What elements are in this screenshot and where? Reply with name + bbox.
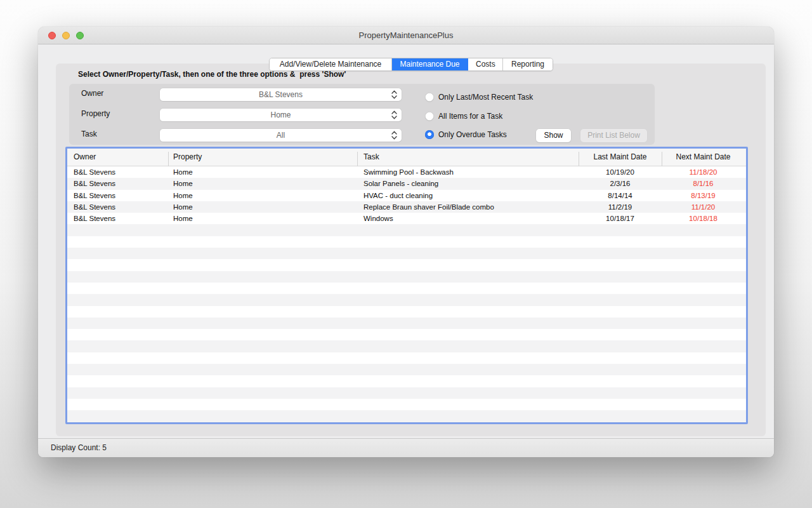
column-divider [579, 152, 579, 166]
table-row[interactable]: B&L Stevens Home Swimming Pool - Backwas… [67, 166, 746, 178]
empty-row [67, 375, 746, 387]
owner-label: Owner [81, 89, 103, 98]
cell-next-maint: 8/13/19 [662, 190, 745, 201]
empty-row [67, 399, 746, 410]
task-select-value: All [277, 131, 285, 140]
empty-row [67, 294, 746, 305]
empty-row [67, 387, 746, 399]
table-row[interactable]: B&L Stevens Home Windows 10/18/17 10/18/… [67, 213, 746, 224]
display-count: Display Count: 5 [51, 439, 107, 458]
empty-row [67, 283, 746, 294]
results-table: Owner Property Task Last Maint Date Next… [65, 147, 748, 424]
tab-reporting[interactable]: Reporting [503, 58, 553, 70]
property-label: Property [81, 109, 110, 118]
show-button[interactable]: Show [536, 129, 571, 142]
cell-owner: B&L Stevens [67, 190, 168, 201]
cell-property: Home [168, 201, 357, 213]
task-label: Task [81, 130, 97, 138]
cell-next-maint: 11/1/20 [662, 201, 745, 213]
cell-next-maint: 10/18/18 [662, 213, 745, 224]
tab-bar: Add/View/Delete Maintenance Maintenance … [269, 58, 553, 71]
cell-task: Solar Panels - cleaning [357, 178, 579, 189]
app-window: PropertyMaintenancePlus Add/View/Delete … [38, 27, 774, 457]
status-bar: Display Count: 5 [38, 438, 774, 457]
property-select[interactable]: Home [160, 109, 402, 121]
empty-row [67, 364, 746, 375]
cell-last-maint: 2/3/16 [579, 178, 662, 189]
titlebar[interactable]: PropertyMaintenancePlus [38, 27, 774, 44]
cell-property: Home [168, 178, 357, 189]
owner-select-value: B&L Stevens [259, 90, 303, 99]
option-only-overdue-tasks[interactable]: Only Overdue Tasks [425, 130, 507, 139]
radio-selected-icon [425, 130, 434, 139]
column-header-next-maint: Next Maint Date [662, 149, 745, 166]
cell-owner: B&L Stevens [67, 213, 168, 224]
cell-owner: B&L Stevens [67, 178, 168, 189]
column-divider [357, 152, 358, 166]
empty-row [67, 329, 746, 340]
cell-owner: B&L Stevens [67, 166, 168, 178]
print-list-below-button[interactable]: Print List Below [580, 129, 647, 142]
column-divider [662, 152, 662, 166]
empty-row [67, 224, 746, 236]
cell-property: Home [168, 213, 357, 224]
cell-task: Windows [357, 213, 579, 224]
chevron-up-down-icon [391, 90, 397, 99]
cell-property: Home [168, 166, 357, 178]
empty-row [67, 410, 746, 422]
property-select-value: Home [270, 110, 291, 119]
owner-select[interactable]: B&L Stevens [160, 88, 402, 101]
tab-maintenance-due[interactable]: Maintenance Due [392, 58, 468, 70]
instruction-text: Select Owner/Property/Task, then one of … [78, 70, 346, 79]
filter-form: Owner Property Task B&L Stevens Home All [69, 84, 655, 145]
empty-row [67, 248, 746, 259]
column-header-last-maint: Last Maint Date [579, 149, 662, 166]
column-header-property: Property [168, 149, 357, 166]
radio-unselected-icon [425, 93, 434, 102]
empty-row [67, 259, 746, 271]
cell-task: Replace Braun shaver Foil/Blade combo [357, 201, 579, 213]
option-label: Only Overdue Tasks [438, 130, 507, 139]
empty-row [67, 318, 746, 329]
chevron-up-down-icon [391, 110, 397, 119]
option-label: Only Last/Most Recent Task [438, 93, 533, 102]
task-select[interactable]: All [160, 129, 402, 142]
cell-task: HVAC - duct cleaning [357, 190, 579, 201]
tab-add-view-delete[interactable]: Add/View/Delete Maintenance [270, 58, 392, 70]
table-header: Owner Property Task Last Maint Date Next… [67, 149, 746, 166]
cell-last-maint: 8/14/14 [579, 190, 662, 201]
cell-task: Swimming Pool - Backwash [357, 166, 579, 178]
empty-row [67, 340, 746, 352]
radio-unselected-icon [425, 112, 434, 121]
empty-row [67, 271, 746, 283]
cell-next-maint: 11/18/20 [662, 166, 745, 178]
cell-last-maint: 11/2/19 [579, 201, 662, 213]
cell-last-maint: 10/18/17 [579, 213, 662, 224]
empty-row [67, 352, 746, 364]
column-header-task: Task [357, 149, 579, 166]
option-all-items-for-task[interactable]: All Items for a Task [425, 112, 502, 121]
tab-costs[interactable]: Costs [468, 58, 503, 70]
window-title: PropertyMaintenancePlus [38, 27, 774, 44]
cell-next-maint: 8/1/16 [662, 178, 745, 189]
option-label: All Items for a Task [438, 112, 502, 121]
table-body: B&L Stevens Home Swimming Pool - Backwas… [67, 166, 746, 422]
empty-row [67, 236, 746, 248]
column-header-owner: Owner [67, 149, 168, 166]
empty-row [67, 306, 746, 318]
table-row[interactable]: B&L Stevens Home Replace Braun shaver Fo… [67, 201, 746, 213]
table-row[interactable]: B&L Stevens Home HVAC - duct cleaning 8/… [67, 190, 746, 201]
table-row[interactable]: B&L Stevens Home Solar Panels - cleaning… [67, 178, 746, 189]
column-divider [168, 152, 169, 166]
cell-property: Home [168, 190, 357, 201]
option-most-recent-task[interactable]: Only Last/Most Recent Task [425, 93, 533, 102]
cell-owner: B&L Stevens [67, 201, 168, 213]
cell-last-maint: 10/19/20 [579, 166, 662, 178]
chevron-up-down-icon [391, 131, 397, 140]
